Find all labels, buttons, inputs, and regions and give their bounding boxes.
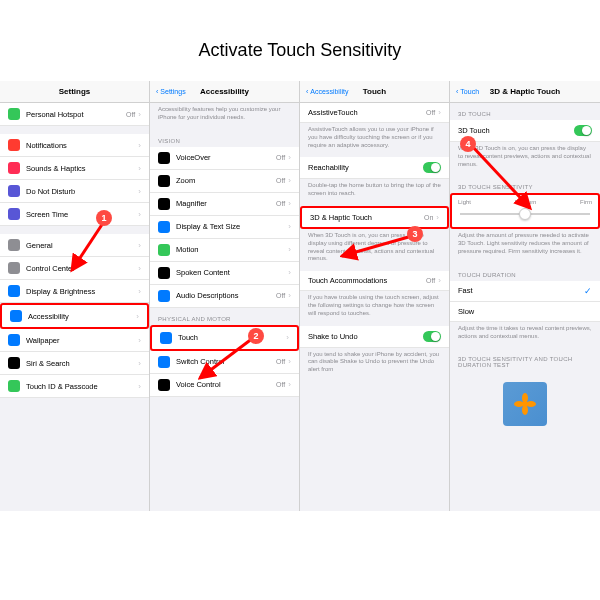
test-image-row <box>450 371 600 437</box>
settings-row[interactable]: ZoomOff› <box>150 170 299 193</box>
row-value: On <box>424 214 433 221</box>
toggle-switch[interactable] <box>574 125 592 136</box>
row-icon <box>8 162 20 174</box>
settings-row[interactable]: Switch ControlOff› <box>150 351 299 374</box>
slider-hint: Adjust the amount of pressure needed to … <box>450 229 600 263</box>
row-value: Off <box>276 381 285 388</box>
row-icon <box>8 262 20 274</box>
toggle-switch[interactable] <box>423 331 441 342</box>
row-label: AssistiveTouch <box>308 108 426 117</box>
chevron-right-icon: › <box>288 245 291 254</box>
section-sensitivity: 3D TOUCH SENSITIVITY <box>450 176 600 193</box>
chevron-right-icon: › <box>138 164 141 173</box>
row-icon <box>158 198 170 210</box>
svg-point-1 <box>522 393 528 403</box>
flower-test-image[interactable] <box>503 382 547 426</box>
chevron-right-icon: › <box>288 291 291 300</box>
settings-row[interactable]: Motion› <box>150 239 299 262</box>
settings-row[interactable]: VoiceOverOff› <box>150 147 299 170</box>
settings-row[interactable]: Control Center› <box>0 257 149 280</box>
duration-hint: Adjust the time it takes to reveal conte… <box>450 322 600 349</box>
settings-row[interactable]: General› <box>0 234 149 257</box>
row-label: Magnifier <box>176 199 276 208</box>
svg-point-3 <box>514 401 524 407</box>
settings-row[interactable]: Screen Time› <box>0 203 149 226</box>
back-button[interactable]: ‹ Settings <box>156 88 186 95</box>
row-icon <box>8 380 20 392</box>
chevron-right-icon: › <box>288 222 291 231</box>
chevron-right-icon: › <box>288 176 291 185</box>
panels-container: Settings Personal HotspotOff›Notificatio… <box>0 81 600 511</box>
header-touch: ‹ Accessibility Touch <box>300 81 449 103</box>
toggle-switch[interactable] <box>423 162 441 173</box>
row-icon <box>8 239 20 251</box>
settings-row[interactable]: AssistiveTouchOff› <box>300 103 449 123</box>
row-hint: AssistiveTouch allows you to use your iP… <box>300 123 449 157</box>
row-label: Reachability <box>308 163 423 172</box>
back-button[interactable]: ‹ Touch <box>456 88 479 95</box>
toggle-label: 3D Touch <box>458 126 574 135</box>
settings-row[interactable]: Touch AccommodationsOff› <box>300 271 449 291</box>
settings-row[interactable]: Spoken Content› <box>150 262 299 285</box>
settings-row[interactable]: 3D & Haptic TouchOn› <box>300 206 449 229</box>
row-label: VoiceOver <box>176 153 276 162</box>
settings-row[interactable]: MagnifierOff› <box>150 193 299 216</box>
row-label: Audio Descriptions <box>176 291 276 300</box>
panel-accessibility: ‹ Settings Accessibility Accessibility f… <box>150 81 300 511</box>
row-label: Sounds & Haptics <box>26 164 138 173</box>
chevron-right-icon: › <box>288 153 291 162</box>
page-title: Activate Touch Sensitivity <box>0 0 600 81</box>
row-label: 3D & Haptic Touch <box>310 213 424 222</box>
chevron-right-icon: › <box>138 336 141 345</box>
panel-touch: ‹ Accessibility Touch AssistiveTouchOff›… <box>300 81 450 511</box>
section-duration: TOUCH DURATION <box>450 264 600 281</box>
checkmark-icon: ✓ <box>584 286 592 296</box>
duration-option[interactable]: Fast✓ <box>450 281 600 302</box>
row-value: Off <box>126 111 135 118</box>
settings-row[interactable]: Shake to Undo <box>300 326 449 348</box>
chevron-right-icon: › <box>438 276 441 285</box>
settings-row[interactable]: Siri & Search› <box>0 352 149 375</box>
header-title: Touch <box>363 87 386 96</box>
settings-row[interactable]: Personal HotspotOff› <box>0 103 149 126</box>
chevron-right-icon: › <box>288 380 291 389</box>
row-icon <box>158 152 170 164</box>
settings-row[interactable]: Do Not Disturb› <box>0 180 149 203</box>
chevron-right-icon: › <box>288 199 291 208</box>
row-value: Off <box>276 200 285 207</box>
row-label: Control Center <box>26 264 138 273</box>
settings-row[interactable]: Accessibility› <box>0 303 149 329</box>
settings-row[interactable]: Sounds & Haptics› <box>0 157 149 180</box>
duration-option[interactable]: Slow <box>450 302 600 322</box>
chevron-right-icon: › <box>138 210 141 219</box>
chevron-right-icon: › <box>138 241 141 250</box>
row-icon <box>8 357 20 369</box>
row-label: Notifications <box>26 141 138 150</box>
row-label: Do Not Disturb <box>26 187 138 196</box>
settings-row[interactable]: Notifications› <box>0 134 149 157</box>
step-badge-3: 3 <box>407 226 423 242</box>
settings-row[interactable]: Display & Text Size› <box>150 216 299 239</box>
settings-row[interactable]: Reachability <box>300 157 449 179</box>
header-title: Accessibility <box>200 87 249 96</box>
panel-settings: Settings Personal HotspotOff›Notificatio… <box>0 81 150 511</box>
row-icon <box>8 208 20 220</box>
row-icon <box>158 175 170 187</box>
chevron-right-icon: › <box>138 110 141 119</box>
row-icon <box>8 185 20 197</box>
step-badge-2: 2 <box>248 328 264 344</box>
row-icon <box>158 379 170 391</box>
chevron-right-icon: › <box>138 382 141 391</box>
row-label: Display & Brightness <box>26 287 138 296</box>
settings-row[interactable]: Wallpaper› <box>0 329 149 352</box>
settings-row[interactable]: Audio DescriptionsOff› <box>150 285 299 308</box>
back-button[interactable]: ‹ Accessibility <box>306 88 348 95</box>
slider[interactable] <box>460 213 590 215</box>
settings-row[interactable]: Touch› <box>150 325 299 351</box>
settings-row[interactable]: Touch ID & Passcode› <box>0 375 149 398</box>
settings-row[interactable]: Voice ControlOff› <box>150 374 299 397</box>
row-hint: When 3D Touch is on, you can press on th… <box>300 229 449 271</box>
header-accessibility: ‹ Settings Accessibility <box>150 81 299 103</box>
row-hint: Double-tap the home button to bring the … <box>300 179 449 206</box>
settings-row[interactable]: Display & Brightness› <box>0 280 149 303</box>
